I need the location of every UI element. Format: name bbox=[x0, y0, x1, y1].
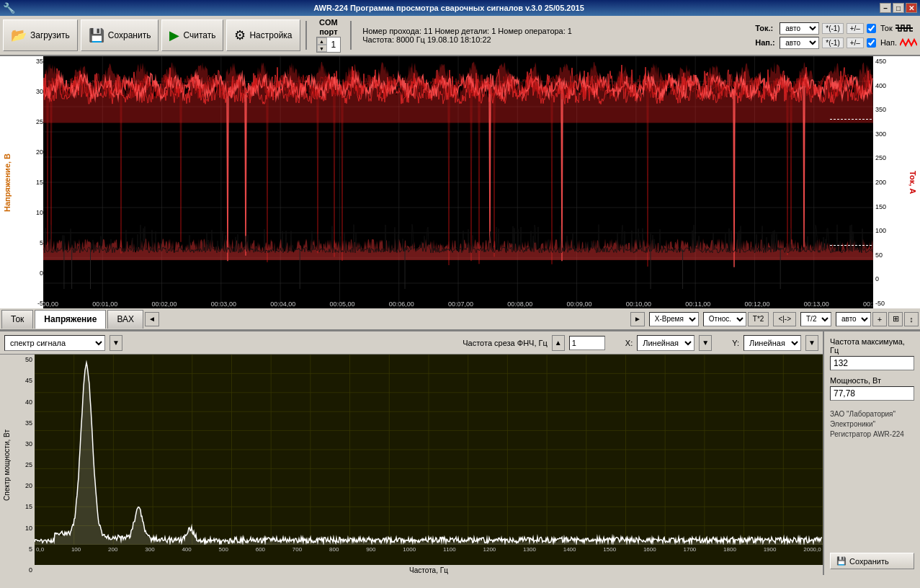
com-port-section: COMпорт ▲ ▼ 1 bbox=[316, 18, 341, 53]
x-mode-select[interactable]: Х-Время bbox=[649, 312, 699, 326]
spectrum-mode-arrow[interactable]: ▼ bbox=[110, 335, 122, 351]
spectrum-right-panel: Частота максимума, Гц 132 Мощность, Вт 7… bbox=[823, 331, 920, 575]
titlebar-controls: – □ ✕ bbox=[880, 3, 917, 13]
load-button[interactable]: 📂 Загрузить bbox=[3, 19, 78, 51]
channel-controls: Ток.: авто *(-1) +/– Ток Нап.: авто *(-1… bbox=[755, 22, 917, 49]
info-line1: Номер прохода: 11 Номер детали: 1 Номер … bbox=[362, 27, 572, 35]
power-value: 77,78 bbox=[830, 386, 914, 401]
nap-line-icon bbox=[900, 37, 917, 48]
rel-mode-group: Относ. bbox=[703, 312, 746, 326]
x-axis-select[interactable]: Линейная bbox=[637, 335, 695, 351]
titlebar-title: AWR-224 Программа просмотра сварочных си… bbox=[313, 4, 584, 12]
spectrum-chart-wrap: 0,0 100 200 300 400 500 600 700 800 900 … bbox=[35, 355, 823, 575]
tok-check-label: Ток bbox=[880, 24, 893, 32]
rel-mode-select[interactable]: Относ. bbox=[703, 312, 746, 326]
auto-select[interactable]: авто bbox=[836, 312, 871, 326]
tab-tok[interactable]: Ток bbox=[1, 310, 33, 329]
separator-1 bbox=[305, 21, 307, 50]
com-down-arrow[interactable]: ▼ bbox=[317, 45, 327, 52]
read-button[interactable]: ▶ Считать bbox=[161, 19, 223, 51]
filter-label: Частота среза ФНЧ, Гц bbox=[463, 339, 548, 347]
x-axis-label: Х: bbox=[625, 339, 633, 347]
y-axis-arrow[interactable]: ▼ bbox=[805, 335, 818, 351]
power-section: Мощность, Вт 77,78 bbox=[830, 376, 914, 401]
load-icon: 📂 bbox=[11, 27, 27, 43]
x-axis-arrow[interactable]: ▼ bbox=[699, 335, 712, 351]
nap-mult: *(-1) bbox=[822, 37, 843, 48]
toolbar: 📂 Загрузить 💾 Сохранить ▶ Считать ⚙ Наст… bbox=[0, 16, 920, 56]
com-up-arrow[interactable]: ▲ bbox=[317, 37, 327, 45]
freq-max-section: Частота максимума, Гц 132 bbox=[830, 337, 914, 370]
t2-right-group: T/2 bbox=[800, 312, 831, 326]
info-line2: Частота: 8000 Гц 19.08.10 18:10:22 bbox=[362, 35, 572, 44]
load-label: Загрузить bbox=[30, 30, 70, 40]
spectrum-chart-row: Спектр мощности, Вт 0 5 10 15 20 25 30 3… bbox=[0, 355, 823, 575]
nap-checkbox[interactable] bbox=[867, 38, 876, 48]
tok-row: Ток.: авто *(-1) +/– Ток bbox=[755, 22, 917, 35]
spectrum-save-button[interactable]: 💾 Сохранить bbox=[830, 553, 914, 569]
maximize-button[interactable]: □ bbox=[893, 3, 904, 13]
tok-pm: +/– bbox=[847, 23, 864, 34]
y-axis-left-ticks: -5 0 5 10 15 20 25 30 35 bbox=[14, 56, 43, 308]
scroll-right-btn[interactable]: ► bbox=[630, 312, 645, 326]
spectrum-chart-canvas[interactable] bbox=[35, 355, 823, 545]
spectrum-y-ticks: 0 5 10 15 20 25 30 35 40 45 50 bbox=[13, 355, 35, 575]
spectrum-x-label-container: Частота, Гц bbox=[35, 565, 823, 575]
spectrum-toolbar: спектр сигнала ▼ Частота среза ФНЧ, Гц ▲… bbox=[0, 331, 823, 355]
com-arrows: ▲ ▼ bbox=[317, 37, 327, 52]
y-axis-spec-label: Y: bbox=[732, 339, 739, 347]
tab-napryazhenie[interactable]: Напряжение bbox=[35, 310, 106, 329]
filter-value-input[interactable]: 1 bbox=[569, 336, 605, 350]
spectrum-area: спектр сигнала ▼ Частота среза ФНЧ, Гц ▲… bbox=[0, 330, 920, 575]
spectrum-main: спектр сигнала ▼ Частота среза ФНЧ, Гц ▲… bbox=[0, 331, 823, 575]
separator-2 bbox=[350, 21, 352, 50]
read-label: Считать bbox=[183, 30, 215, 40]
tok-line-icon bbox=[896, 23, 913, 33]
nap-mode-select[interactable]: авто bbox=[780, 37, 819, 49]
zoom-cursor-btn[interactable]: ↕ bbox=[904, 312, 919, 326]
nap-label: Нап.: bbox=[755, 38, 777, 47]
main-chart-canvas[interactable] bbox=[43, 56, 873, 308]
nap-check-label: Нап. bbox=[880, 38, 897, 47]
spectrum-x-label: Частота, Гц bbox=[409, 566, 448, 574]
settings-button[interactable]: ⚙ Настройка bbox=[226, 19, 300, 51]
x-mode-group: Х-Время bbox=[649, 312, 699, 326]
zoom-fit-btn[interactable]: ⊞ bbox=[888, 312, 903, 326]
t2-right-select[interactable]: T/2 bbox=[800, 312, 831, 326]
main-chart-area: Напряжение, В -5 0 5 10 15 20 25 30 35 -… bbox=[0, 56, 920, 308]
y-axis-select[interactable]: Линейная bbox=[743, 335, 801, 351]
com-value: 1 bbox=[327, 40, 341, 50]
tab-vah[interactable]: ВАХ bbox=[107, 310, 143, 329]
close-button[interactable]: ✕ bbox=[906, 3, 917, 13]
tab-vah-label: ВАХ bbox=[117, 314, 134, 324]
save-icon: 💾 bbox=[89, 27, 104, 43]
spectrum-save-icon: 💾 bbox=[836, 556, 847, 566]
tok-mult: *(-1) bbox=[822, 23, 843, 34]
scroll-left-btn[interactable]: ◄ bbox=[145, 312, 159, 326]
spectrum-x-ticks: 0,0 100 200 300 400 500 600 700 800 900 … bbox=[35, 545, 823, 565]
tab-nap-label: Напряжение bbox=[44, 314, 97, 324]
save-label: Сохранить bbox=[108, 30, 151, 40]
tabs-row: Ток Напряжение ВАХ ◄ ► Х-Время Относ. T*… bbox=[0, 308, 920, 330]
tab-tok-label: Ток bbox=[11, 314, 24, 324]
com-port-label: COMпорт bbox=[319, 18, 338, 37]
company-text: ЗАО "Лаборатория" Электроники"Регистрато… bbox=[830, 409, 914, 440]
tok-checkbox[interactable] bbox=[867, 24, 876, 33]
nap-row: Нап.: авто *(-1) +/– Нап. bbox=[755, 37, 917, 49]
tok-mode-select[interactable]: авто bbox=[780, 22, 819, 35]
zoom-plus-btn[interactable]: + bbox=[872, 312, 887, 326]
center-button[interactable]: <|-> bbox=[773, 312, 796, 326]
nap-pm: +/– bbox=[847, 37, 864, 48]
com-spinbox[interactable]: ▲ ▼ 1 bbox=[316, 37, 341, 53]
auto-group: авто bbox=[836, 312, 871, 326]
t2-button[interactable]: T*2 bbox=[748, 312, 769, 326]
freq-max-value: 132 bbox=[830, 356, 914, 370]
chart-canvas-wrapper bbox=[43, 56, 873, 308]
minimize-button[interactable]: – bbox=[880, 3, 891, 13]
spectrum-save-label: Сохранить bbox=[849, 557, 889, 566]
save-button[interactable]: 💾 Сохранить bbox=[81, 19, 159, 51]
info-section: Номер прохода: 11 Номер детали: 1 Номер … bbox=[362, 27, 572, 44]
spectrum-mode-select[interactable]: спектр сигнала bbox=[4, 335, 105, 351]
power-label: Мощность, Вт bbox=[830, 376, 914, 385]
filter-up-arrow[interactable]: ▲ bbox=[552, 335, 565, 351]
